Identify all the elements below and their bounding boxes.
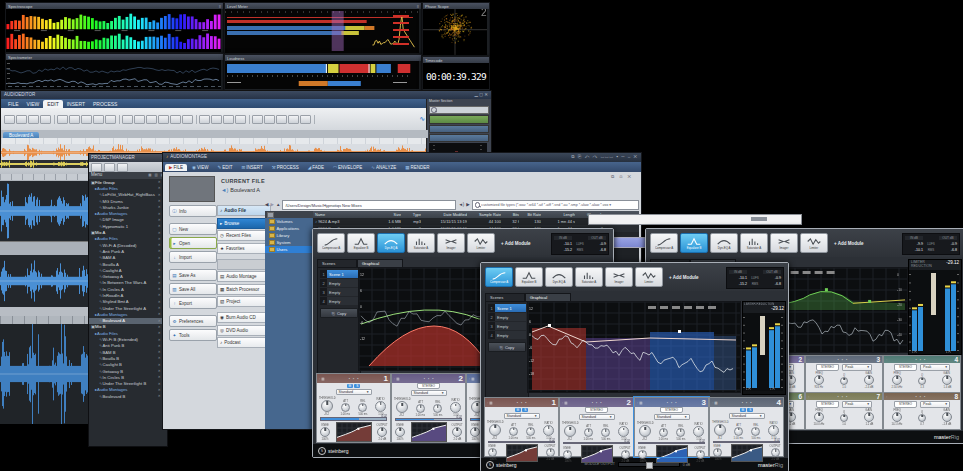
column-date-modified[interactable]: Date Modified	[421, 213, 467, 217]
wave-ruler[interactable]	[0, 174, 88, 180]
band-header-icons[interactable]: ▫ ▦	[394, 377, 400, 381]
band-header-icons[interactable]: ▫	[886, 395, 887, 399]
module-button-equalizer-b[interactable]: Equalizer B	[515, 267, 543, 287]
mix-slider[interactable]: 4.02	[713, 441, 780, 443]
scene-3[interactable]: 3Empty	[320, 288, 358, 296]
gain-knob[interactable]	[942, 375, 952, 385]
open-item-audio-montage[interactable]: ▤Audio Montage	[217, 271, 271, 282]
ratio-knob[interactable]	[543, 425, 554, 436]
ribbon-button[interactable]	[235, 115, 246, 124]
ratio-knob[interactable]	[375, 401, 386, 412]
montage-tab-view[interactable]: ◉VIEW	[188, 164, 212, 171]
ribbon-button[interactable]	[105, 115, 116, 124]
q-knob[interactable]	[840, 414, 848, 422]
panel-menu-icon[interactable]: ≡	[219, 4, 221, 9]
pm-toolbar-new-icon[interactable]	[91, 163, 102, 172]
module-button-equalizer-b[interactable]: Equalizer B	[347, 233, 375, 253]
file-button-open[interactable]: ▸Open	[169, 237, 217, 249]
release-knob[interactable]	[601, 428, 610, 437]
eq-band-4[interactable]: ▫• ▪ •4STEREOPeak▾FREQ2.50 kHzQ1.3GAIN1.…	[883, 355, 961, 393]
ribbon-button[interactable]	[81, 115, 92, 124]
open-item-recent-files[interactable]: ◷Recent Files	[217, 230, 271, 241]
threshold-knob[interactable]	[489, 424, 501, 436]
comp-band-2[interactable]: ▫ ▦• ▪ •2STEREOStandard▾THRESHOLD-8.2ATT…	[559, 397, 634, 457]
attack-knob[interactable]	[341, 403, 350, 412]
release-knob[interactable]	[433, 404, 442, 413]
tab-process[interactable]: PROCESS	[89, 100, 121, 108]
release-knob[interactable]	[751, 427, 760, 436]
mix-slider[interactable]: 4.02	[488, 441, 555, 443]
path-field[interactable]: /Users/Design/Music/Hypnotiqs New Mixes	[282, 200, 456, 210]
waveform-yellow[interactable]	[0, 160, 88, 168]
module-button-limiter[interactable]: Limiter	[635, 267, 663, 287]
knee-knob[interactable]	[470, 427, 480, 437]
open-item-burn-audio-cd[interactable]: ◉Burn Audio CD	[217, 312, 271, 323]
threshold-knob[interactable]	[564, 425, 576, 437]
montage-tab-process[interactable]: ⚒PROCESS	[268, 164, 303, 171]
play-icon[interactable]: ▶	[466, 203, 469, 208]
file-button-save-as[interactable]: ▤Save As	[169, 269, 217, 281]
release-knob[interactable]	[526, 427, 535, 436]
waveform-blue-left[interactable]	[0, 181, 88, 241]
stereo-tab[interactable]: STEREO	[816, 401, 839, 408]
column-sample-rate[interactable]: Sample Rate	[467, 213, 501, 217]
ribbon-button[interactable]	[28, 115, 39, 124]
chip-m[interactable]: M	[515, 408, 522, 412]
ribbon-button[interactable]	[134, 115, 145, 124]
filter-type-dropdown[interactable]: Peak▾	[842, 401, 872, 409]
open-item-browse[interactable]: ▸Browse	[217, 218, 271, 229]
open-item-podcast[interactable]: ♪Podcast	[217, 337, 271, 348]
column-name[interactable]: Name	[313, 213, 377, 217]
folder-library[interactable]: Library	[265, 232, 313, 239]
chip-s[interactable]: S	[747, 408, 753, 412]
threshold-knob[interactable]	[321, 400, 333, 412]
tab-graphical[interactable]: Graphical	[525, 293, 571, 301]
scene-4[interactable]: 4Empty	[320, 297, 358, 305]
add-module-button[interactable]: + Add Module	[669, 275, 698, 280]
preset-dropdown[interactable]: Standard▾	[729, 413, 765, 419]
preset-dropdown[interactable]: Standard▾	[654, 414, 690, 420]
waveform-tool-icon[interactable]: ∿	[420, 115, 425, 122]
release-knob[interactable]	[676, 428, 685, 437]
gain-knob[interactable]	[864, 375, 874, 385]
ribbon-button[interactable]	[288, 115, 299, 124]
filter-type-dropdown[interactable]: Peak▾	[842, 364, 872, 372]
ribbon-button[interactable]	[158, 115, 169, 124]
module-button-imager[interactable]: Imager	[437, 233, 465, 253]
tab-scenes[interactable]: Scenes	[317, 259, 357, 267]
pm-toolbar-folder-icon[interactable]	[104, 163, 115, 172]
output-knob[interactable]	[546, 448, 555, 457]
ratio-knob[interactable]	[450, 402, 461, 413]
montage-tab-render[interactable]: ▦RENDER	[401, 164, 433, 171]
preset-dropdown[interactable]: Standard▾	[504, 413, 540, 419]
module-button-equalizer-b[interactable]: Equalizer B	[680, 233, 708, 253]
ribbon-button[interactable]	[264, 115, 275, 124]
comp-band-2[interactable]: ▫ ▦• ▪ •2STEREOStandard▾THRESHOLD-8.2ATT…	[391, 373, 466, 443]
file-type-filter[interactable]: customized file types (*.wav *.w64 *.aif…	[481, 203, 608, 207]
scene-2[interactable]: 2Empty	[320, 279, 358, 287]
knee-knob[interactable]	[320, 427, 330, 437]
chip-s[interactable]: S	[522, 408, 528, 412]
filter-type-dropdown[interactable]: Peak▾	[920, 401, 950, 409]
ribbon-button[interactable]	[122, 115, 133, 124]
eq-band-8[interactable]: ▫• ▪ •8STEREOPeak▾FREQ14.1 kHzQ0.7GAIN-1…	[883, 392, 961, 430]
tab-scenes[interactable]: Scenes	[485, 293, 525, 301]
freq-knob[interactable]	[814, 412, 824, 422]
eq-band-7[interactable]: ▫• ▪ •7STEREOPeak▾FREQ10.0 kHzQ1.0GAIN1.…	[805, 392, 883, 430]
column-size[interactable]: Size	[377, 213, 401, 217]
scene-2[interactable]: 2Empty	[488, 313, 526, 321]
module-button-imager[interactable]: Imager	[605, 267, 633, 287]
tab-view[interactable]: VIEW	[23, 100, 44, 108]
module-button-saturator-a[interactable]: Saturator A	[740, 233, 768, 253]
mix-slider[interactable]: 4.02	[395, 418, 462, 421]
montage-tab-analyze[interactable]: ∿ANALYZE	[367, 164, 400, 171]
chip-s[interactable]: S	[354, 384, 360, 388]
compressor-graph[interactable]	[527, 301, 741, 393]
nav-up-icon[interactable]: ▲	[276, 203, 280, 208]
mix-slider[interactable]: 4.02	[320, 417, 387, 421]
tab-insert[interactable]: INSERT	[63, 100, 89, 108]
comp-band-1[interactable]: ▫ ▦• ▪ •1MSStandard▾THRESHOLD-8.2ATT1.00…	[484, 397, 559, 457]
ratio-knob[interactable]	[618, 426, 629, 437]
band-header-icons[interactable]: ▫ ▦	[487, 401, 493, 405]
folder-volumes[interactable]: Volumes	[265, 218, 313, 225]
